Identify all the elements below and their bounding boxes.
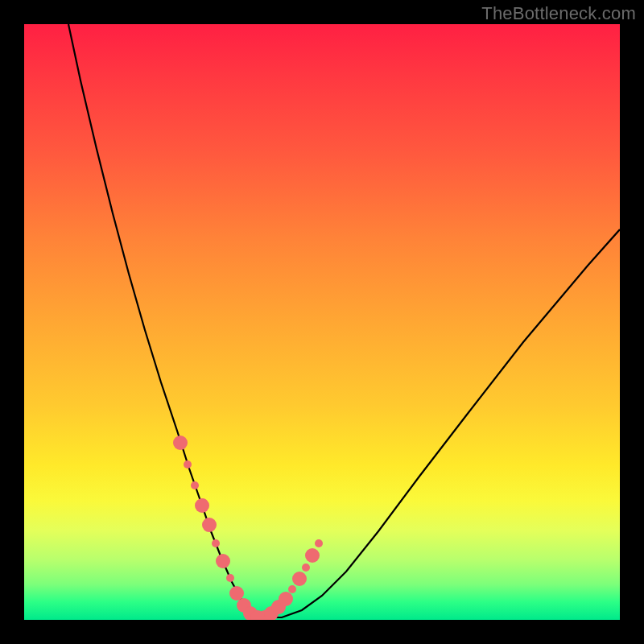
chart-svg <box>24 24 620 620</box>
sample-dot <box>292 572 307 586</box>
chart-frame: TheBottleneck.com <box>0 0 644 644</box>
sample-dot <box>279 592 293 606</box>
sample-dot <box>216 554 230 568</box>
sample-dot <box>195 498 209 513</box>
sample-dot <box>184 460 192 469</box>
watermark-text: TheBottleneck.com <box>481 3 636 24</box>
sample-dot <box>202 518 217 532</box>
sample-dot <box>302 564 310 572</box>
sample-dots <box>173 436 323 620</box>
sample-dot <box>229 586 244 601</box>
sample-dot <box>191 481 199 489</box>
bottleneck-curve <box>68 24 620 617</box>
sample-dot <box>288 585 296 593</box>
sample-dot <box>226 574 234 582</box>
sample-dot <box>315 539 323 547</box>
plot-area <box>24 24 620 620</box>
sample-dot <box>305 548 320 563</box>
sample-dot <box>173 436 188 450</box>
sample-dot <box>212 539 220 547</box>
